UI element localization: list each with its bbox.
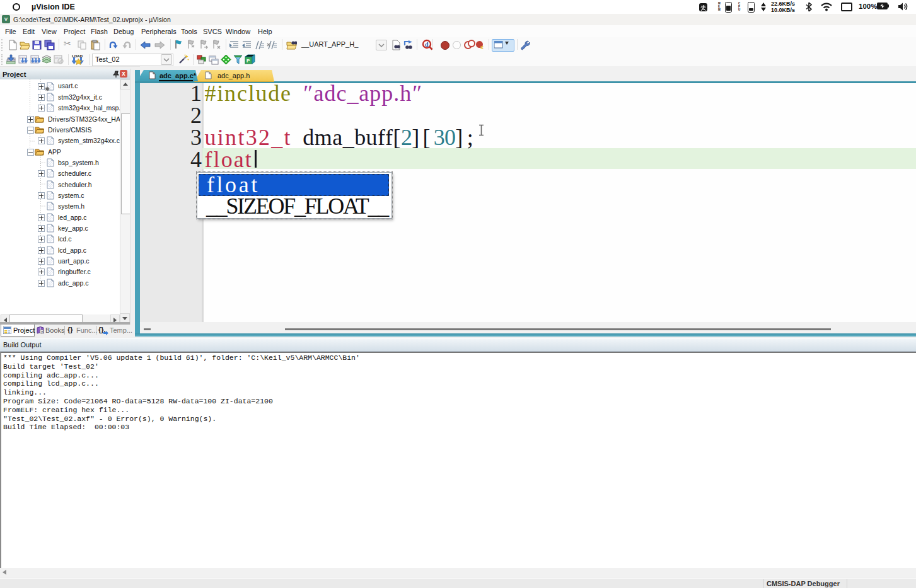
svg-text:P: P (246, 58, 250, 64)
svg-text:d: d (425, 41, 429, 48)
